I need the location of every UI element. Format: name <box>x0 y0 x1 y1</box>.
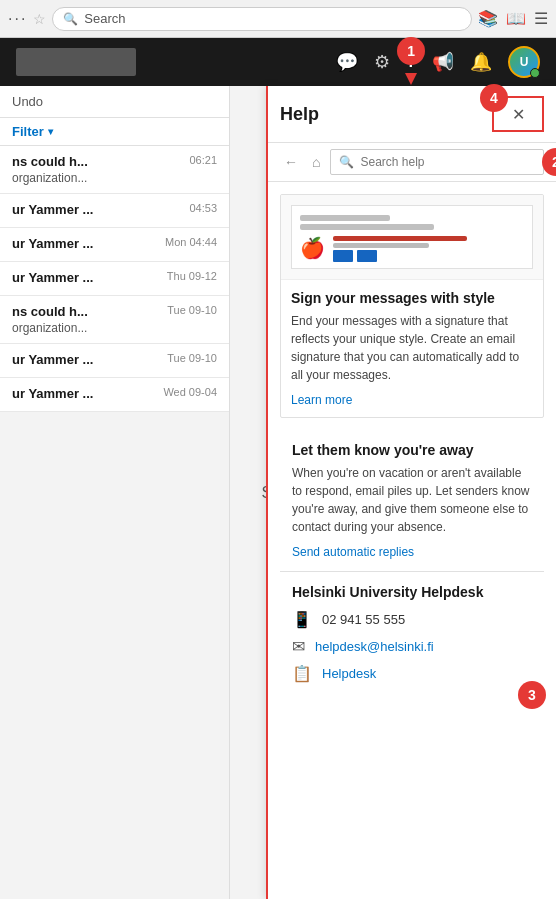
list-item[interactable]: Wed 09-04 ur Yammer ... <box>0 378 229 412</box>
email-sender: ns could h... <box>12 304 88 319</box>
help-close-button[interactable]: ✕ <box>512 105 525 124</box>
help-search-box[interactable]: 🔍 <box>330 149 544 175</box>
browser-chrome: ··· ☆ 🔍 Search 📚 📖 ☰ <box>0 0 556 38</box>
search-icon: 🔍 <box>339 155 354 169</box>
learn-more-link[interactable]: Learn more <box>291 393 352 407</box>
sig-with-icon: 🍎 <box>300 234 524 262</box>
sig-line <box>300 224 434 230</box>
list-item[interactable]: Tue 09-10 ns could h... organization... <box>0 296 229 344</box>
filter-label: Filter <box>12 124 44 139</box>
email-sender: ur Yammer ... <box>12 386 93 401</box>
reader-icon[interactable]: 📖 <box>506 9 526 28</box>
main-area: Undo Filter ▾ 06:21 ns could h... organi… <box>0 86 556 899</box>
avatar[interactable]: U <box>508 46 540 78</box>
browser-star-icon[interactable]: ☆ <box>33 11 46 27</box>
email-time: Wed 09-04 <box>163 386 217 398</box>
helpdesk-phone: 02 941 55 555 <box>322 612 405 627</box>
helpdesk-title: Helsinki University Helpdesk <box>292 584 532 600</box>
card-text: End your messages with a signature that … <box>291 312 533 384</box>
help-title: Help <box>280 104 484 125</box>
sig-gray-line <box>333 243 429 248</box>
email-time: Mon 04:44 <box>165 236 217 248</box>
avatar-status-badge <box>530 68 540 78</box>
email-list: 06:21 ns could h... organization... 04:5… <box>0 146 229 899</box>
library-icon[interactable]: 📚 <box>478 9 498 28</box>
left-panel: Undo Filter ▾ 06:21 ns could h... organi… <box>0 86 230 899</box>
browser-search-text: Search <box>84 11 125 26</box>
card-image-area: 🍎 <box>281 195 543 280</box>
right-area: Sel Help 4 ✕ ← ⌂ 🔍 2 <box>230 86 556 899</box>
undo-bar: Undo <box>0 86 229 118</box>
signature-card: 🍎 <box>280 194 544 418</box>
email-time: 04:53 <box>189 202 217 214</box>
email-time: 06:21 <box>189 154 217 166</box>
sig-box <box>333 250 353 262</box>
annotation-arrow <box>405 73 417 85</box>
list-item[interactable]: Tue 09-10 ur Yammer ... <box>0 344 229 378</box>
sig-red-line <box>333 236 467 241</box>
help-back-button[interactable]: ← <box>280 152 302 172</box>
away-text: When you're on vacation or aren't availa… <box>292 464 532 536</box>
email-time: Thu 09-12 <box>167 270 217 282</box>
help-nav: ← ⌂ 🔍 2 <box>268 143 556 182</box>
email-time: Tue 09-10 <box>167 304 217 316</box>
email-preview: organization... <box>12 171 217 185</box>
annotation-1: 1 <box>397 37 425 65</box>
filter-bar[interactable]: Filter ▾ <box>0 118 229 146</box>
list-item[interactable]: 06:21 ns could h... organization... <box>0 146 229 194</box>
undo-label[interactable]: Undo <box>12 94 43 109</box>
sig-box <box>357 250 377 262</box>
helpdesk-doc-item: 📋 Helpdesk <box>292 664 532 683</box>
away-title: Let them know you're away <box>292 442 532 458</box>
card-body: Sign your messages with style End your m… <box>281 280 543 417</box>
sig-boxes <box>333 250 524 262</box>
helpdesk-email-link[interactable]: helpdesk@helsinki.fi <box>315 639 434 654</box>
email-sender: ur Yammer ... <box>12 270 93 285</box>
help-panel: Help 4 ✕ ← ⌂ 🔍 2 <box>266 86 556 899</box>
app-toolbar: 💬 ⚙ ? 1 📢 🔔 U <box>0 38 556 86</box>
sig-line <box>300 215 390 221</box>
list-item[interactable]: Thu 09-12 ur Yammer ... <box>0 262 229 296</box>
email-sender: ur Yammer ... <box>12 202 93 217</box>
send-automatic-replies-link[interactable]: Send automatic replies <box>292 545 414 559</box>
away-card: Let them know you're away When you're on… <box>280 430 544 572</box>
list-item[interactable]: 04:53 ur Yammer ... <box>0 194 229 228</box>
email-sender: ur Yammer ... <box>12 352 93 367</box>
settings-icon[interactable]: ⚙ <box>374 51 390 73</box>
browser-icons: 📚 📖 ☰ <box>478 9 548 28</box>
browser-search-icon: 🔍 <box>63 12 78 26</box>
skype-icon[interactable]: 💬 <box>336 51 358 73</box>
help-content: 🍎 <box>268 182 556 899</box>
mail-icon: ✉ <box>292 637 305 656</box>
browser-search-bar[interactable]: 🔍 Search <box>52 7 472 31</box>
helpdesk-card: Helsinki University Helpdesk 📱 02 941 55… <box>280 572 544 703</box>
help-home-button[interactable]: ⌂ <box>308 152 324 172</box>
list-item[interactable]: Mon 04:44 ur Yammer ... <box>0 228 229 262</box>
app-logo <box>16 48 136 76</box>
browser-dots: ··· <box>8 10 27 28</box>
bell-icon[interactable]: 🔔 <box>470 51 492 73</box>
sig-preview: 🍎 <box>291 205 533 269</box>
apple-icon: 🍎 <box>300 236 325 260</box>
annotation-4: 4 <box>480 84 508 112</box>
sig-colored-lines <box>333 234 524 262</box>
help-header: Help 4 ✕ <box>268 86 556 143</box>
email-preview: organization... <box>12 321 217 335</box>
helpdesk-email-item: ✉ helpdesk@helsinki.fi <box>292 637 532 656</box>
help-close-area: 4 ✕ <box>492 96 544 132</box>
phone-icon: 📱 <box>292 610 312 629</box>
annotation-2: 2 <box>542 148 556 176</box>
email-sender: ur Yammer ... <box>12 236 93 251</box>
helpdesk-phone-item: 📱 02 941 55 555 <box>292 610 532 629</box>
helpdesk-link[interactable]: Helpdesk <box>322 666 376 681</box>
help-search-input[interactable] <box>360 155 535 169</box>
megaphone-icon[interactable]: 📢 <box>432 51 454 73</box>
menu-icon[interactable]: ☰ <box>534 9 548 28</box>
email-time: Tue 09-10 <box>167 352 217 364</box>
card-title: Sign your messages with style <box>291 290 533 306</box>
filter-chevron-icon: ▾ <box>48 126 53 137</box>
annotation-3: 3 <box>518 681 546 709</box>
doc-icon: 📋 <box>292 664 312 683</box>
email-sender: ns could h... <box>12 154 88 169</box>
